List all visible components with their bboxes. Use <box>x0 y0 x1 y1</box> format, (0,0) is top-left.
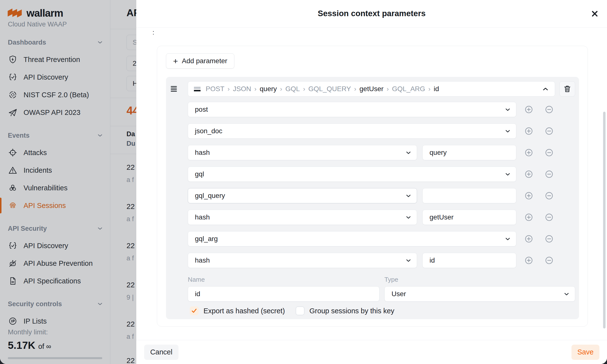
breadcrumb-segment: GQL_ARG <box>392 85 425 93</box>
add-level-button[interactable] <box>525 105 533 113</box>
chevron-down-icon <box>564 292 569 296</box>
remove-level-button[interactable] <box>545 149 553 156</box>
name-label: Name <box>188 276 379 283</box>
minus-circle-icon <box>545 127 553 135</box>
modal-body: : + Add parameter POST › <box>136 28 607 340</box>
export-hashed-label: Export as hashed (secret) <box>203 307 285 315</box>
param-row: json_doc <box>170 123 575 139</box>
breadcrumb-segment: POST <box>206 85 224 93</box>
param-type-select[interactable]: hash <box>188 210 417 225</box>
name-input[interactable]: id <box>188 286 379 301</box>
breadcrumb-segment: JSON <box>233 85 251 93</box>
close-icon <box>591 10 599 18</box>
chevron-down-icon <box>406 259 411 262</box>
add-parameter-button[interactable]: + Add parameter <box>166 53 234 69</box>
add-level-button[interactable] <box>525 149 533 156</box>
param-row: hash id <box>170 253 575 268</box>
breadcrumb-segment: id <box>434 85 439 93</box>
param-value-input[interactable] <box>422 188 516 203</box>
add-level-button[interactable] <box>525 257 533 264</box>
param-type-select[interactable]: hash <box>188 145 417 160</box>
clipped-text-fragment: : <box>152 29 154 36</box>
group-sessions-label: Group sessions by this key <box>309 307 394 315</box>
plus-circle-icon <box>525 192 533 200</box>
close-button[interactable] <box>589 8 600 19</box>
modal-backdrop[interactable] <box>0 0 136 364</box>
remove-level-button[interactable] <box>545 127 553 135</box>
parameter-breadcrumb[interactable]: POST › JSON › query › GQL › GQL_QUERY › … <box>188 81 555 96</box>
plus-circle-icon <box>525 127 533 135</box>
param-value-input[interactable]: query <box>422 145 516 160</box>
param-type-select[interactable]: json_doc <box>188 123 516 139</box>
breadcrumb-segment: query <box>260 85 277 93</box>
scrollbar-thumb[interactable] <box>603 112 606 328</box>
minus-circle-icon <box>545 149 553 156</box>
add-level-button[interactable] <box>525 127 533 135</box>
parameter-card: POST › JSON › query › GQL › GQL_QUERY › … <box>166 77 579 319</box>
param-type-select[interactable]: gql <box>188 167 516 182</box>
chevron-down-icon <box>505 130 510 133</box>
param-type-select[interactable]: post <box>188 102 516 117</box>
param-row: post <box>170 102 575 117</box>
param-row: gql <box>170 167 575 182</box>
parameters-container: + Add parameter POST › JSON <box>157 46 588 326</box>
add-level-button[interactable] <box>525 213 533 221</box>
plus-icon: + <box>173 57 178 65</box>
plus-circle-icon <box>525 149 533 156</box>
modal-header: Session context parameters <box>136 0 607 28</box>
modal-title: Session context parameters <box>136 9 607 18</box>
remove-level-button[interactable] <box>545 235 553 243</box>
checkbox-row: Export as hashed (secret) Group sessions… <box>170 306 575 315</box>
minus-circle-icon <box>545 213 553 221</box>
remove-level-button[interactable] <box>545 170 553 178</box>
breadcrumb-segment: GQL <box>285 85 300 93</box>
add-level-button[interactable] <box>525 170 533 178</box>
plus-circle-icon <box>525 257 533 264</box>
drag-handle-icon[interactable] <box>170 86 178 92</box>
group-sessions-checkbox[interactable] <box>296 306 304 315</box>
param-row: gql_arg <box>170 231 575 247</box>
session-context-modal: Session context parameters : + Add param… <box>136 0 607 364</box>
save-button[interactable]: Save <box>571 345 599 360</box>
minus-circle-icon <box>545 235 553 243</box>
plus-circle-icon <box>525 105 533 113</box>
remove-level-button[interactable] <box>545 105 553 113</box>
param-type-select[interactable]: hash <box>188 253 417 268</box>
remove-level-button[interactable] <box>545 213 553 221</box>
remove-level-button[interactable] <box>545 192 553 200</box>
app-window: wallarm Cloud Native WAAP Dashboards Thr… <box>0 0 607 364</box>
name-type-section: Name id Type User <box>170 276 575 301</box>
chevron-down-icon <box>406 216 411 219</box>
chevron-down-icon <box>406 151 411 154</box>
chevron-down-icon <box>406 194 411 197</box>
modal-footer: Cancel Save <box>136 340 607 364</box>
minus-circle-icon <box>545 192 553 200</box>
plus-circle-icon <box>525 235 533 243</box>
minus-circle-icon <box>545 170 553 178</box>
type-label: Type <box>384 276 575 283</box>
param-row: hash query <box>170 145 575 160</box>
export-hashed-checkbox[interactable] <box>190 306 199 315</box>
param-type-select[interactable]: gql_query <box>188 188 417 203</box>
param-type-select[interactable]: gql_arg <box>188 231 516 247</box>
param-row: hash getUser <box>170 210 575 225</box>
chevron-up-icon[interactable] <box>542 87 548 91</box>
breadcrumb-segment: GQL_QUERY <box>308 85 351 93</box>
delete-parameter-button[interactable] <box>559 81 575 96</box>
add-level-button[interactable] <box>525 192 533 200</box>
remove-level-button[interactable] <box>545 257 553 264</box>
plus-circle-icon <box>525 213 533 221</box>
chevron-down-icon <box>505 237 510 241</box>
parameter-header-row: POST › JSON › query › GQL › GQL_QUERY › … <box>170 81 575 96</box>
trash-icon <box>564 85 571 92</box>
minus-circle-icon <box>545 105 553 113</box>
check-icon <box>191 308 197 313</box>
param-value-input[interactable]: id <box>422 253 516 268</box>
plus-circle-icon <box>525 170 533 178</box>
type-select[interactable]: User <box>384 286 575 301</box>
cancel-button[interactable]: Cancel <box>144 345 178 360</box>
add-level-button[interactable] <box>525 235 533 243</box>
param-value-input[interactable]: getUser <box>422 210 516 225</box>
breadcrumb-segment: getUser <box>359 85 383 93</box>
param-row: gql_query <box>170 188 575 203</box>
